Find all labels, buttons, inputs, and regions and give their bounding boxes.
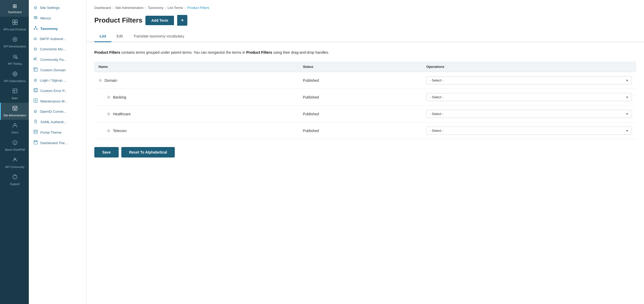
sidebar-item-comments[interactable]: ⚙ Comments Mo... bbox=[29, 44, 86, 54]
support-icon bbox=[12, 174, 18, 181]
svg-point-5 bbox=[14, 39, 16, 40]
status-badge-telecom: Published bbox=[303, 129, 319, 133]
drag-handle-domain[interactable]: ⊕ bbox=[99, 78, 102, 83]
term-status-telecom: Published bbox=[299, 122, 422, 139]
sidebar-item-maintenance[interactable]: Maintenance M... bbox=[29, 96, 86, 106]
taxonomy-icon bbox=[34, 26, 38, 31]
select-dropdown-healthcare[interactable]: - Select - ▼ bbox=[426, 110, 632, 118]
nav-item-api-subscriptions[interactable]: API Subscriptions bbox=[0, 68, 29, 86]
svg-rect-3 bbox=[15, 23, 17, 25]
site-settings-icon: ⚙ bbox=[34, 5, 37, 10]
sidebar-item-site-settings[interactable]: ⚙ Site Settings bbox=[29, 3, 86, 13]
sidebar-label-custom-error: Custom Error P... bbox=[40, 89, 67, 93]
nav-item-api-testing[interactable]: API Testing bbox=[0, 51, 29, 68]
term-status-healthcare: Published bbox=[299, 106, 422, 122]
sidebar-label-saml: SAML Authenti... bbox=[40, 120, 67, 124]
term-name-cell-telecom: ⊕ Telecom bbox=[94, 122, 299, 139]
table-row: ⊕ Domain Published - Select - ▼ bbox=[94, 72, 636, 89]
nav-item-apis-products[interactable]: APIs and Products bbox=[0, 17, 29, 34]
about-icon bbox=[12, 140, 18, 147]
table-header-row: Name Status Operations bbox=[94, 62, 636, 72]
breadcrumb-site-admin[interactable]: Site Administration bbox=[115, 6, 144, 10]
nav-item-support[interactable]: Support bbox=[0, 171, 29, 189]
tab-translate[interactable]: Translate taxonomy vocabulary bbox=[128, 31, 189, 42]
svg-point-4 bbox=[13, 37, 17, 41]
nav-label-api-admin: API Administration bbox=[4, 45, 26, 48]
save-button[interactable]: Save bbox=[94, 147, 119, 158]
drag-handle-telecom[interactable]: ⊕ bbox=[107, 128, 110, 133]
term-ops-banking: - Select - ▼ bbox=[422, 89, 636, 106]
table-row: ⊕ Healthcare Published - Select - ▼ bbox=[94, 106, 636, 122]
sidebar-label-openid: OpenID Conne... bbox=[40, 110, 66, 113]
sidebar-label-smtp: SMTP Authenti... bbox=[40, 37, 66, 41]
sidebar-item-saml[interactable]: SAML Authenti... bbox=[29, 117, 86, 127]
select-dropdown-banking[interactable]: - Select - ▼ bbox=[426, 93, 632, 101]
term-name-healthcare: Healthcare bbox=[113, 112, 131, 116]
sidebar-item-smtp[interactable]: ✉ SMTP Authenti... bbox=[29, 34, 86, 44]
comments-icon: ⚙ bbox=[34, 47, 37, 52]
menus-icon bbox=[34, 15, 38, 21]
sidebar-item-dashboard-theme[interactable]: Dashboard The... bbox=[29, 138, 86, 148]
nav-label-apis: APIs and Products bbox=[3, 28, 26, 31]
tab-list[interactable]: List bbox=[94, 31, 111, 42]
term-status-domain: Published bbox=[299, 72, 422, 89]
nav-label-support: Support bbox=[10, 182, 20, 186]
sidebar-item-login-signup[interactable]: ⚙ Login / Signup ... bbox=[29, 75, 86, 85]
breadcrumb-dashboard[interactable]: Dashboard bbox=[94, 6, 111, 10]
saml-icon bbox=[34, 119, 38, 124]
custom-error-icon bbox=[34, 88, 38, 93]
svg-point-19 bbox=[34, 29, 35, 30]
add-term-button[interactable]: Add Term bbox=[145, 16, 174, 25]
term-name-cell-healthcare: ⊕ Healthcare bbox=[94, 106, 299, 122]
chevron-down-icon-healthcare: ▼ bbox=[626, 112, 629, 116]
nav-item-dashboard[interactable]: ⊞ Dashboard bbox=[0, 0, 29, 17]
breadcrumb-taxonomy[interactable]: Taxonomy bbox=[148, 6, 163, 10]
terms-table: Name Status Operations ⊕ Domain Publishe bbox=[94, 62, 636, 139]
status-badge-banking: Published bbox=[303, 95, 319, 99]
breadcrumb-current: Product Filters bbox=[187, 6, 209, 10]
drag-handle-healthcare[interactable]: ⊕ bbox=[107, 111, 110, 116]
reset-alphabetical-button[interactable]: Reset To Alphabetical bbox=[121, 147, 175, 158]
nav-item-site-admin[interactable]: Site Administration bbox=[0, 103, 29, 120]
tab-edit[interactable]: Edit bbox=[111, 31, 128, 42]
custom-domain-icon bbox=[34, 67, 38, 73]
term-ops-healthcare: - Select - ▼ bbox=[422, 106, 636, 122]
sidebar-item-custom-error[interactable]: Custom Error P... bbox=[29, 85, 86, 96]
select-dropdown-domain[interactable]: - Select - ▼ bbox=[426, 76, 632, 84]
select-label-healthcare: - Select - bbox=[430, 112, 443, 116]
nav-item-api-admin[interactable]: API Administration bbox=[0, 34, 29, 51]
term-ops-telecom: - Select - ▼ bbox=[422, 122, 636, 139]
nav-item-users[interactable]: Users bbox=[0, 120, 29, 137]
status-badge-healthcare: Published bbox=[303, 112, 319, 116]
select-dropdown-telecom[interactable]: - Select - ▼ bbox=[426, 127, 632, 135]
sidebar: ⚙ Site Settings Menus Taxonomy ✉ SMTP Au… bbox=[29, 0, 86, 304]
smtp-icon: ✉ bbox=[34, 36, 37, 41]
breadcrumb-list-terms[interactable]: List Terms bbox=[168, 6, 183, 10]
sidebar-item-custom-domain[interactable]: Custom Domain bbox=[29, 65, 86, 75]
sidebar-item-taxonomy[interactable]: Taxonomy bbox=[29, 23, 86, 34]
svg-point-10 bbox=[14, 108, 15, 110]
svg-rect-15 bbox=[34, 16, 37, 17]
portal-theme-icon bbox=[34, 130, 38, 135]
sidebar-item-portal-theme[interactable]: Portal Theme bbox=[29, 127, 86, 138]
svg-rect-25 bbox=[34, 99, 37, 102]
sidebar-item-menus[interactable]: Menus bbox=[29, 13, 86, 23]
site-admin-icon bbox=[12, 105, 18, 113]
table-row: ⊕ Banking Published - Select - ▼ bbox=[94, 89, 636, 106]
sidebar-label-taxonomy: Taxonomy bbox=[40, 27, 58, 31]
sidebar-item-openid[interactable]: ⚙ OpenID Conne... bbox=[29, 106, 86, 117]
nav-item-community[interactable]: API Community bbox=[0, 154, 29, 172]
drag-handle-banking[interactable]: ⊕ bbox=[107, 95, 110, 100]
sidebar-item-community-pa[interactable]: Community Pa... bbox=[29, 54, 86, 65]
add-plus-button[interactable]: + bbox=[177, 15, 188, 26]
breadcrumb-sep-3: › bbox=[165, 6, 166, 10]
svg-point-13 bbox=[14, 158, 16, 160]
term-name-telecom: Telecom bbox=[113, 129, 127, 133]
users-icon bbox=[12, 122, 18, 130]
nav-item-about[interactable]: About OneAPIM bbox=[0, 137, 29, 154]
sidebar-label-site-settings: Site Settings bbox=[40, 6, 60, 10]
nav-item-apps[interactable]: Apps bbox=[0, 85, 29, 103]
nav-label-api-testing: API Testing bbox=[8, 62, 22, 66]
sidebar-label-maintenance: Maintenance M... bbox=[40, 99, 68, 103]
svg-rect-8 bbox=[13, 89, 17, 93]
